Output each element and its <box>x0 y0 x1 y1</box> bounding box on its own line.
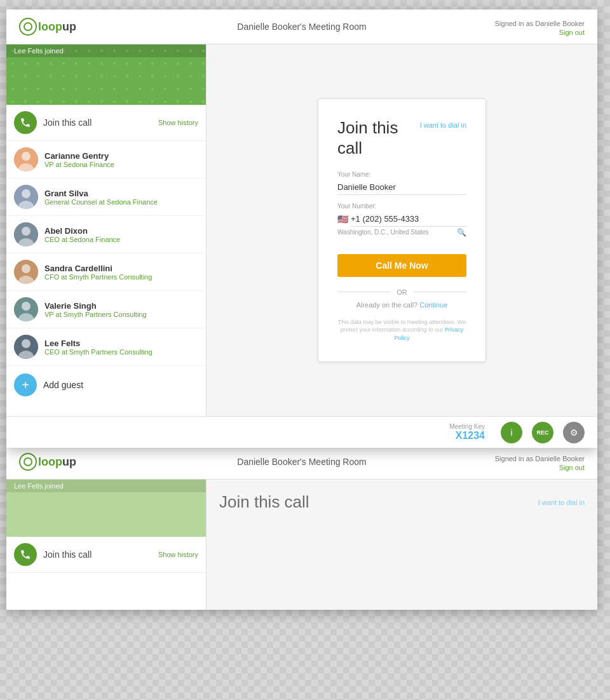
already-on-call: Already on the call? Continue <box>337 301 466 309</box>
avatar <box>14 147 38 172</box>
participant-name: Lee Felts <box>44 339 198 348</box>
name-input[interactable] <box>337 180 466 195</box>
second-window: loopup Danielle Booker's Meeting Room Si… <box>6 445 597 610</box>
settings-button[interactable]: ⚙ <box>563 422 585 443</box>
meeting-key-label: Meeting Key <box>449 423 485 430</box>
flag-icon: 🇺🇸 <box>337 214 348 224</box>
banner-pattern <box>6 44 206 105</box>
number-label: Your Number: <box>337 203 466 210</box>
or-line-left <box>337 292 390 292</box>
svg-point-7 <box>22 227 30 236</box>
header-right: Signed in as Danielle Booker Sign out <box>495 17 585 36</box>
list-item: Grant Silva General Counsel at Sedona Fi… <box>6 178 206 216</box>
logo-text-second: loopup <box>38 455 76 469</box>
avatar <box>14 297 38 321</box>
gear-icon: ⚙ <box>570 427 578 438</box>
number-form-group: Your Number: 🇺🇸 Washington, D.C., United… <box>337 203 466 237</box>
logo-second: loopup <box>19 453 76 471</box>
participant-name: Sandra Cardellini <box>44 264 198 273</box>
join-card-header: Join this call I want to dial in <box>337 118 466 158</box>
avatar <box>14 335 38 359</box>
add-guest-icon: + <box>14 374 37 396</box>
main-content: Join this call I want to dial in Your Na… <box>207 44 597 416</box>
header-bar: loopup Danielle Booker's Meeting Room Si… <box>6 10 597 44</box>
join-card: Join this call I want to dial in Your Na… <box>318 98 486 361</box>
list-item: Sandra Cardellini CFO at Smyth Partners … <box>6 253 206 291</box>
second-signed-in: Signed in as Danielle Booker <box>495 455 585 462</box>
privacy-note: This data may be visible to meeting atte… <box>337 318 466 342</box>
svg-point-16 <box>22 339 30 348</box>
participant-title: VP at Sedona Finance <box>44 161 198 168</box>
participant-name: Valerie Singh <box>44 301 198 311</box>
participant-name: Grant Silva <box>44 189 198 198</box>
second-join-title: Join this call <box>219 492 309 512</box>
content-area: Lee Felts joined Join this call Show his… <box>6 44 597 416</box>
meeting-key-section: Meeting Key X1234 <box>449 423 485 441</box>
show-history-link[interactable]: Show history <box>158 119 198 126</box>
participant-title: VP at Smyth Partners Consulting <box>44 311 198 318</box>
participant-info: Grant Silva General Counsel at Sedona Fi… <box>44 189 198 206</box>
svg-point-1 <box>22 152 30 161</box>
list-item: Lee Felts CEO at Smyth Partners Consulti… <box>6 328 206 366</box>
sign-out-link[interactable]: Sign out <box>495 29 585 36</box>
phone-input-container: 🇺🇸 <box>337 212 466 227</box>
avatar <box>14 260 38 284</box>
or-line-right <box>414 292 466 292</box>
location-text: Washington, D.C., United States <box>337 229 429 236</box>
header-title: Danielle Booker's Meeting Room <box>237 22 366 32</box>
avatar <box>14 185 38 209</box>
search-icon[interactable]: 🔍 <box>457 228 466 237</box>
svg-point-10 <box>22 264 30 273</box>
join-card-title: Join this call <box>337 118 420 158</box>
info-button[interactable]: i <box>501 422 522 443</box>
phone-input[interactable] <box>351 212 466 227</box>
main-window: loopup Danielle Booker's Meeting Room Si… <box>6 10 597 448</box>
dial-in-link[interactable]: I want to dial in <box>420 121 466 129</box>
rec-button[interactable]: REC <box>532 422 553 443</box>
avatar <box>14 222 38 246</box>
or-divider: OR <box>337 288 466 296</box>
second-join-call[interactable]: Join this call Show history <box>6 537 206 573</box>
rec-icon: REC <box>536 429 548 436</box>
list-item: Carianne Gentry VP at Sedona Finance <box>6 141 206 178</box>
logo: loopup <box>19 18 76 36</box>
participant-info: Sandra Cardellini CFO at Smyth Partners … <box>44 264 198 281</box>
second-phone-icon <box>14 543 37 566</box>
second-green-banner: Lee Felts joined <box>6 480 206 537</box>
continue-link[interactable]: Continue <box>419 301 447 309</box>
participant-info: Carianne Gentry VP at Sedona Finance <box>44 151 198 168</box>
join-call-section[interactable]: Join this call Show history <box>6 105 206 141</box>
logo-text: loopup <box>38 20 76 34</box>
participant-title: CFO at Smyth Partners Consulting <box>44 273 198 281</box>
second-notification: Lee Felts joined <box>6 480 206 492</box>
second-sidebar: Lee Felts joined Join this call Show his… <box>6 480 207 610</box>
location-hint: Washington, D.C., United States 🔍 <box>337 228 466 237</box>
signed-in-text: Signed in as Danielle Booker <box>495 20 585 27</box>
second-header-title: Danielle Booker's Meeting Room <box>237 457 366 467</box>
second-sign-out[interactable]: Sign out <box>495 464 585 471</box>
phone-icon <box>14 111 37 134</box>
call-me-now-button[interactable]: Call Me Now <box>337 254 466 277</box>
svg-point-4 <box>22 189 30 198</box>
name-label: Your Name: <box>337 171 466 178</box>
second-main-content: Join this call I want to dial in <box>207 480 597 610</box>
list-item: Valerie Singh VP at Smyth Partners Consu… <box>6 291 206 328</box>
list-item: Abel Dixon CEO at Sedona Finance <box>6 216 206 253</box>
second-header: loopup Danielle Booker's Meeting Room Si… <box>6 445 597 480</box>
add-guest-section[interactable]: + Add guest <box>6 366 206 404</box>
add-guest-text: Add guest <box>43 380 83 390</box>
logo-icon-second <box>19 453 37 471</box>
sidebar: Lee Felts joined Join this call Show his… <box>6 44 207 416</box>
second-show-history[interactable]: Show history <box>158 551 198 558</box>
svg-point-13 <box>22 302 30 311</box>
green-banner: Lee Felts joined <box>6 44 206 105</box>
logo-icon <box>19 18 37 36</box>
info-icon: i <box>510 427 512 438</box>
or-text: OR <box>396 288 407 296</box>
footer-bar: Meeting Key X1234 i REC ⚙ <box>6 416 597 448</box>
participant-name: Carianne Gentry <box>44 151 198 161</box>
join-call-text: Join this call <box>43 118 158 128</box>
name-form-group: Your Name: <box>337 171 466 195</box>
participant-title: CEO at Smyth Partners Consulting <box>44 348 198 356</box>
participant-info: Abel Dixon CEO at Sedona Finance <box>44 226 198 243</box>
